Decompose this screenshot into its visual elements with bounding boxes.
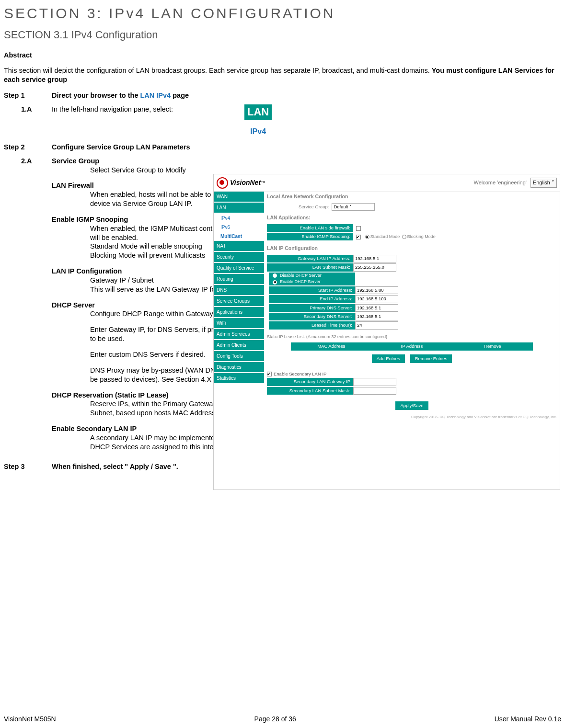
sg-value: Default	[334, 204, 348, 209]
mode-blk-radio[interactable]	[402, 235, 406, 239]
sidebar-item-qos[interactable]: Quality of Service	[214, 263, 264, 274]
lease-input[interactable]: 24	[355, 321, 398, 329]
dhcp-enable-label: Enable DHCP Server	[280, 279, 352, 285]
mask-row: LAN Subnet Mask: 255.255.255.0	[267, 263, 557, 271]
mask-input[interactable]: 255.255.255.0	[353, 263, 396, 271]
sec-gw-label: Secondary LAN Gateway IP	[267, 378, 353, 386]
sidebar-item-security[interactable]: Security	[214, 252, 264, 263]
language-select[interactable]: English ˅	[530, 178, 557, 187]
ipcfg-label: LAN IP Configuration	[267, 245, 557, 252]
welcome-text: Welcome 'engineering'	[473, 179, 526, 186]
step3-pre: When finished, select	[52, 463, 125, 470]
group-secondary: Enable Secondary LAN IP A secondary LAN …	[52, 424, 239, 452]
start-label: Start IP Address:	[269, 286, 355, 294]
sidebar-item-adminservices[interactable]: Admin Services	[214, 329, 264, 340]
group-desc: Select Service Group to Modify	[90, 166, 239, 175]
sidebar: WAN LAN IPv4 IPv6 MultiCast NAT Security…	[214, 192, 264, 489]
sdns-input[interactable]: 192.168.5.1	[355, 313, 398, 320]
shot-header: VisionNet™ Welcome 'engineering' English…	[214, 174, 560, 192]
col-mac: MAC Address	[291, 343, 371, 349]
sec-mask-label: Secondary LAN Subnet Mask:	[267, 387, 353, 395]
step3-text: When finished, select " Apply / Save ".	[52, 462, 178, 471]
secondary-lan-checkbox[interactable]	[267, 372, 272, 376]
firewall-checkbox[interactable]	[356, 226, 361, 231]
sidebar-item-applications[interactable]: Applications	[214, 307, 264, 318]
sidebar-item-dns[interactable]: DNS	[214, 285, 264, 296]
dhcp-enable-radio[interactable]	[273, 280, 277, 284]
mode-blk-label: Blocking Mode	[407, 234, 436, 239]
sg-label: Service Group:	[296, 203, 332, 211]
sidebar-item-servicegroups[interactable]: Service Groups	[214, 296, 264, 307]
col-remove: Remove	[452, 343, 533, 349]
pdns-label: Primary DNS Server:	[269, 304, 355, 312]
sg-select[interactable]: Default ˅	[332, 203, 375, 211]
abstract-label: Abstract	[4, 51, 561, 60]
main-title: Local Area Network Configuration	[267, 193, 557, 200]
embedded-screenshot: VisionNet™ Welcome 'engineering' English…	[213, 174, 560, 490]
mode-group: Standard Mode Blocking Mode	[364, 234, 436, 239]
step1-post: page	[171, 91, 189, 99]
dhcp-disable-label: Disable DHCP Server	[280, 273, 352, 279]
col-ip: IP Address	[371, 343, 452, 349]
sidebar-item-lan[interactable]: LAN	[214, 203, 264, 214]
copyright-text: Copyright 2012- DQ Technology and Vision…	[267, 415, 557, 420]
footer-right: User Manual Rev 0.1e	[495, 715, 561, 723]
gw-row: Gateway LAN IP Address: 192.168.5.1	[267, 255, 557, 262]
sidebar-sub-ipv6[interactable]: IPv6	[214, 223, 264, 232]
nav-block: LAN IPv4	[244, 104, 272, 136]
page-footer: VisionNet M505N Page 28 of 36 User Manua…	[4, 715, 561, 723]
step1-link: LAN IPv4	[140, 91, 171, 99]
apply-row: Apply/Save	[267, 398, 557, 413]
nav-ipv4: IPv4	[244, 127, 272, 137]
brand-name: VisionNet	[230, 178, 261, 187]
firewall-label: Enable LAN side firewall:	[267, 224, 353, 232]
step1a-text: In the left-hand navigation pane, select…	[52, 105, 173, 114]
group-title: DHCP Server	[52, 301, 239, 310]
abstract-p1: This section will depict the configurati…	[4, 67, 432, 74]
end-input[interactable]: 192.168.5.100	[355, 295, 398, 303]
sidebar-item-diagnostics[interactable]: Diagnostics	[214, 362, 264, 373]
mask-label: LAN Subnet Mask:	[267, 263, 353, 271]
lease-label: Leased Time (hour):	[269, 321, 355, 329]
secondary-lan-label: Enable Secondary LAN IP	[274, 371, 326, 376]
gw-input[interactable]: 192.168.5.1	[353, 255, 396, 262]
sidebar-item-wifi[interactable]: WiFi	[214, 318, 264, 329]
step1-label: Step 1	[4, 91, 52, 100]
sidebar-item-routing[interactable]: Routing	[214, 274, 264, 285]
step2a-label: 2.A	[21, 157, 52, 458]
mode-std-radio[interactable]	[365, 235, 369, 239]
secondary-lan-row: Enable Secondary LAN IP	[267, 371, 557, 377]
sec-gw-input[interactable]	[353, 378, 396, 386]
sidebar-item-adminclients[interactable]: Admin Clients	[214, 340, 264, 351]
step1-row: Step 1 Direct your browser to the LAN IP…	[4, 91, 561, 100]
step3-label: Step 3	[4, 462, 52, 471]
step2-row: Step 2 Configure Service Group LAN Param…	[4, 143, 561, 152]
brand-tm: ™	[261, 180, 265, 186]
group-title: LAN IP Configuration	[52, 267, 239, 276]
igmp-checkbox[interactable]	[356, 235, 361, 239]
lease-buttons: Add Entries Remove Entries	[267, 352, 557, 366]
group-reservation: DHCP Reservation (Static IP Lease) Reser…	[52, 391, 239, 418]
sidebar-item-statistics[interactable]: Statistics	[214, 373, 264, 384]
pdns-input[interactable]: 192.168.5.1	[355, 304, 398, 312]
group-title: Enable IGMP Snooping	[52, 215, 239, 224]
add-entries-button[interactable]: Add Entries	[372, 354, 405, 363]
static-note: Static IP Lease List: (A maximum 32 entr…	[267, 334, 557, 340]
sidebar-sub-multicast[interactable]: MultiCast	[214, 232, 264, 241]
sdns-label: Secondary DNS Server:	[269, 313, 355, 320]
sidebar-item-configtools[interactable]: Config Tools	[214, 351, 264, 362]
sidebar-item-wan[interactable]: WAN	[214, 192, 264, 203]
lease-table-header: MAC Address IP Address Remove	[291, 342, 533, 350]
dhcp-block: Disable DHCP Server Enable DHCP Server S…	[269, 273, 557, 330]
sec-mask-input[interactable]	[353, 387, 396, 395]
group-dhcp: DHCP Server Configure DHCP Range within …	[52, 301, 239, 384]
remove-entries-button[interactable]: Remove Entries	[410, 354, 452, 363]
main-panel: Local Area Network Configuration Service…	[264, 192, 560, 489]
apps-label: LAN Applications:	[267, 215, 557, 221]
start-input[interactable]: 192.168.5.80	[355, 286, 398, 294]
apply-save-button[interactable]: Apply/Save	[395, 401, 428, 410]
sidebar-item-nat[interactable]: NAT	[214, 241, 264, 252]
dhcp-disable-radio[interactable]	[273, 273, 277, 278]
sidebar-sub-ipv4[interactable]: IPv4	[214, 214, 264, 223]
group-title: DHCP Reservation (Static IP Lease)	[52, 391, 239, 400]
